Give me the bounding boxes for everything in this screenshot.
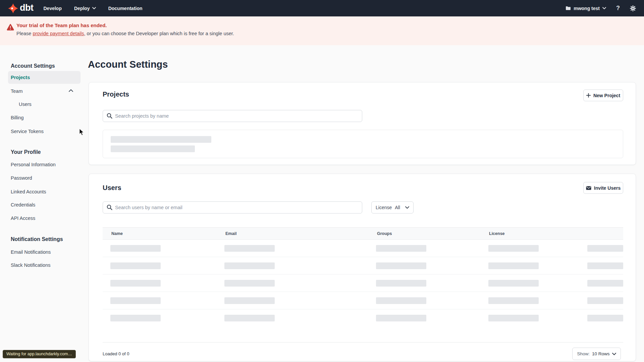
settings-button[interactable]	[630, 5, 636, 11]
users-table: Name Email Groups License	[103, 227, 623, 343]
skeleton-bar	[224, 315, 275, 321]
sidebar-item-password[interactable]: Password	[8, 172, 80, 184]
column-header-email: Email	[225, 228, 236, 240]
new-project-button[interactable]: New Project	[583, 89, 623, 101]
skeleton-bar	[111, 136, 211, 143]
skeleton-bar	[376, 280, 426, 287]
warning-icon	[7, 24, 14, 31]
skeleton-bar	[376, 315, 426, 321]
users-card: Users Invite Users License All Name Emai…	[89, 174, 636, 361]
sidebar-heading-your-profile: Your Profile	[8, 147, 80, 157]
sidebar-item-email-notifications[interactable]: Email Notifications	[8, 246, 80, 258]
nav-item-documentation[interactable]: Documentation	[108, 6, 143, 11]
sidebar-item-linked-accounts[interactable]: Linked Accounts	[8, 185, 80, 198]
account-name: mwong test	[574, 6, 600, 11]
sidebar-heading-notification-settings: Notification Settings	[8, 235, 80, 244]
sidebar-item-team[interactable]: Team	[8, 85, 80, 98]
skeleton-bar	[110, 297, 161, 304]
license-filter-label: License	[376, 205, 392, 210]
nav-item-deploy-label: Deploy	[74, 6, 90, 11]
projects-search	[103, 110, 362, 122]
projects-search-input[interactable]	[103, 110, 362, 122]
invite-users-button-label: Invite Users	[594, 185, 621, 191]
skeleton-bar	[224, 280, 275, 287]
invite-users-button[interactable]: Invite Users	[583, 182, 623, 194]
skeleton-bar	[587, 297, 623, 304]
skeleton-bar	[224, 297, 275, 304]
skeleton-bar	[224, 245, 275, 252]
envelope-icon	[586, 186, 591, 190]
provide-payment-details-link[interactable]: provide payment details	[33, 31, 84, 36]
trial-ended-banner: Your trial of the Team plan has ended. P…	[0, 16, 644, 45]
column-header-license: License	[489, 228, 505, 240]
sidebar-item-billing[interactable]: Billing	[8, 111, 80, 124]
browser-status-tooltip: Waiting for app.launchdarkly.com…	[3, 350, 76, 358]
dbt-logo[interactable]: dbt	[8, 3, 33, 13]
nav-links: Develop Deploy Documentation	[43, 6, 142, 11]
projects-card: Projects New Project	[89, 82, 636, 165]
skeleton-bar	[488, 315, 539, 321]
skeleton-bar	[110, 280, 161, 287]
table-row-skeleton	[103, 309, 623, 327]
skeleton-bar	[488, 297, 539, 304]
skeleton-bar	[110, 262, 161, 269]
nav-right: mwong test ?	[566, 5, 636, 12]
skeleton-bar	[376, 245, 426, 252]
table-row-skeleton	[103, 257, 623, 275]
skeleton-bar	[488, 262, 539, 269]
sidebar-item-team-label: Team	[11, 88, 22, 94]
license-filter-dropdown[interactable]: License All	[371, 201, 414, 214]
account-switcher[interactable]: mwong test	[566, 6, 606, 11]
users-search-input[interactable]	[103, 201, 362, 214]
folder-icon	[566, 6, 571, 10]
chevron-down-icon	[405, 206, 409, 209]
loaded-count-text: Loaded 0 of 0	[103, 351, 129, 356]
nav-item-deploy[interactable]: Deploy	[74, 6, 96, 11]
skeleton-bar	[376, 262, 426, 269]
projects-loading-card	[103, 130, 623, 158]
banner-title: Your trial of the Team plan has ended.	[16, 22, 107, 28]
logo-text: dbt	[20, 3, 33, 13]
skeleton-bar	[110, 245, 161, 252]
projects-card-title: Projects	[103, 90, 129, 98]
top-nav: dbt Develop Deploy Documentation mwong t…	[0, 0, 644, 16]
sidebar-item-api-access[interactable]: API Access	[8, 212, 80, 225]
skeleton-bar	[587, 262, 623, 269]
show-value: 10 Rows	[592, 351, 610, 356]
banner-body-suffix: , or you can choose the Developer plan w…	[84, 31, 234, 36]
sidebar-item-service-tokens[interactable]: Service Tokens	[8, 125, 80, 138]
table-row-skeleton	[103, 292, 623, 309]
sidebar-item-credentials[interactable]: Credentials	[8, 198, 80, 211]
help-button[interactable]: ?	[616, 5, 620, 12]
rows-per-page-dropdown[interactable]: Show: 10 Rows	[572, 348, 621, 360]
skeleton-bar	[488, 280, 539, 287]
sidebar-item-personal-information[interactable]: Personal Information	[8, 158, 80, 171]
page-title: Account Settings	[88, 59, 168, 70]
table-row-skeleton	[103, 240, 623, 257]
chevron-up-icon	[69, 89, 73, 92]
nav-item-develop[interactable]: Develop	[43, 6, 61, 11]
users-search	[103, 201, 362, 214]
skeleton-bar	[488, 245, 539, 252]
new-project-button-label: New Project	[593, 93, 620, 98]
column-header-groups: Groups	[377, 228, 392, 240]
users-table-header: Name Email Groups License	[103, 228, 623, 240]
skeleton-bar	[587, 245, 623, 252]
skeleton-bar	[224, 262, 275, 269]
sidebar-item-slack-notifications[interactable]: Slack Notifications	[8, 259, 80, 272]
column-header-name: Name	[111, 228, 123, 240]
skeleton-bar	[376, 297, 426, 304]
plus-icon	[586, 93, 591, 98]
sidebar-item-users[interactable]: Users	[8, 98, 80, 111]
skeleton-bar	[111, 145, 195, 152]
question-mark-icon: ?	[616, 5, 620, 12]
users-card-title: Users	[103, 184, 121, 192]
license-filter-value: All	[395, 205, 400, 210]
dbt-logo-icon	[8, 3, 18, 13]
gear-icon	[630, 5, 636, 11]
sidebar-heading-account-settings: Account Settings	[8, 61, 80, 71]
banner-body-prefix: Please	[16, 31, 33, 36]
skeleton-bar	[110, 315, 161, 321]
sidebar-item-projects[interactable]: Projects	[8, 71, 80, 84]
banner-body: Please provide payment details, or you c…	[16, 31, 234, 36]
